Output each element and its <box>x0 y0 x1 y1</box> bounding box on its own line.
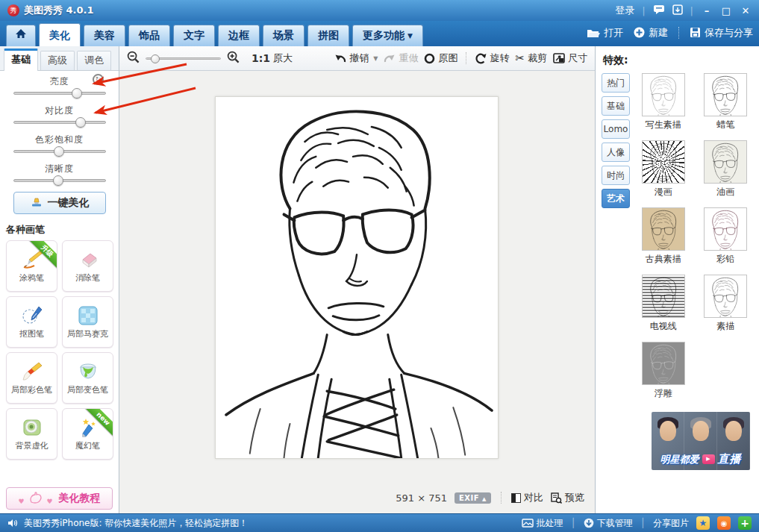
effect-classic-sketch[interactable]: 古典素描 <box>640 207 687 266</box>
fx-tab-art[interactable]: 艺术 <box>602 189 630 208</box>
clarity-slider[interactable] <box>13 179 106 182</box>
tab-scenes[interactable]: 场景 <box>263 25 304 46</box>
brush-local-mosaic[interactable]: 局部马赛克 <box>62 296 113 348</box>
tab-tone[interactable]: 调色 <box>77 51 111 70</box>
tab-text[interactable]: 文字 <box>173 25 215 46</box>
add-share-icon[interactable]: + <box>738 516 752 530</box>
redo-button[interactable]: 重做 <box>384 51 418 65</box>
rotate-button[interactable]: 旋转 <box>475 51 509 65</box>
canvas[interactable]: 591 × 751 EXIF ▲ 对比 预览 <box>119 71 595 513</box>
tutorial-button[interactable]: ♥ ♥ 美化教程 <box>6 487 113 510</box>
batch-process-button[interactable]: 批处理 <box>522 517 563 530</box>
folder-icon <box>587 28 600 38</box>
fx-tab-basic[interactable]: 基础 <box>602 96 630 116</box>
new-button[interactable]: 新建 <box>634 26 668 40</box>
edited-photo <box>215 96 499 459</box>
view-zoom-slider[interactable] <box>146 57 221 60</box>
tab-basic[interactable]: 基础 <box>4 48 38 71</box>
home-tab[interactable] <box>6 25 36 46</box>
brush-cutout-pen[interactable]: 抠图笔 <box>6 296 57 348</box>
status-message[interactable]: 美图秀秀iPhone版: 帮你快速美化照片，轻松搞定拼图！ <box>24 517 248 530</box>
effect-emboss[interactable]: 浮雕 <box>640 342 687 400</box>
brush-eraser-pen[interactable]: 消除笔 <box>62 240 113 292</box>
brush-local-color-pen[interactable]: 局部彩色笔 <box>6 352 57 404</box>
login-link[interactable]: 登录 <box>615 4 634 17</box>
effect-sketch-drawing[interactable]: 写生素描 <box>640 73 687 131</box>
titlebar-separator: | <box>642 5 645 16</box>
contrast-slider-thumb[interactable] <box>75 117 86 128</box>
brush-doodle-pen[interactable]: 升级 涂鸦笔 <box>6 240 57 292</box>
weibo-icon[interactable]: ◉ <box>717 516 731 530</box>
save-share-button[interactable]: 保存与分享 <box>690 26 753 40</box>
speaker-icon <box>7 519 18 528</box>
nav-separator <box>678 27 679 39</box>
actual-size-button[interactable]: 1:1 原大 <box>246 51 293 65</box>
fx-tab-hot[interactable]: 热门 <box>602 73 630 93</box>
saturation-slider-thumb[interactable] <box>54 146 64 157</box>
view-zoom-slider-thumb[interactable] <box>151 54 160 63</box>
share-image-button[interactable]: 分享图片 <box>653 517 689 530</box>
download-icon <box>584 518 594 528</box>
minimize-button[interactable]: – <box>701 5 713 16</box>
maximize-button[interactable]: □ <box>720 5 732 16</box>
resize-button[interactable]: 尺寸 <box>553 51 587 65</box>
zoom-in-icon[interactable] <box>227 51 240 66</box>
exif-badge[interactable]: EXIF ▲ <box>455 492 491 504</box>
tab-frames[interactable]: 边框 <box>218 25 260 46</box>
titlebar-separator: | <box>690 5 693 16</box>
chevron-down-icon: ▼ <box>373 55 378 62</box>
save-icon <box>690 27 701 38</box>
reset-sliders-icon[interactable]: ↻ <box>93 74 104 85</box>
saturation-slider[interactable] <box>13 150 106 153</box>
fx-tab-lomo[interactable]: Lomo <box>602 119 630 139</box>
info-separator <box>501 492 502 504</box>
ad-banner[interactable]: 明星都爱 ▶ 直播 <box>652 412 750 470</box>
open-button[interactable]: 打开 <box>587 26 623 40</box>
tab-beautify[interactable]: 美化 <box>39 23 81 46</box>
preview-button[interactable]: 预览 <box>551 491 584 504</box>
rotate-icon <box>475 53 487 64</box>
skin-icon[interactable] <box>672 4 683 17</box>
app-title: 美图秀秀 4.0.1 <box>24 4 94 17</box>
tab-retouch[interactable]: 美容 <box>84 25 125 46</box>
effect-crayon[interactable]: 蜡笔 <box>702 73 749 131</box>
compare-icon <box>511 493 521 503</box>
tab-advanced[interactable]: 高级 <box>40 51 75 70</box>
tab-more-features[interactable]: 更多功能▼ <box>352 25 423 46</box>
editor-area: 1:1 原大 撤销▼ 重做 原图 <box>119 46 595 513</box>
contrast-label: 对比度 <box>0 104 119 117</box>
tab-accessories[interactable]: 饰品 <box>128 25 170 46</box>
crop-button[interactable]: ✂ 裁剪 <box>515 51 547 65</box>
fx-tab-portrait[interactable]: 人像 <box>602 143 630 162</box>
brightness-slider-thumb[interactable] <box>72 88 82 98</box>
blur-icon <box>21 417 43 438</box>
eraser-icon <box>77 249 99 270</box>
download-manager-button[interactable]: 下载管理 <box>584 517 633 530</box>
brightness-slider[interactable] <box>13 92 106 95</box>
close-button[interactable]: ✕ <box>740 5 752 16</box>
contrast-slider[interactable] <box>13 121 106 124</box>
effect-oil-painting[interactable]: 油画 <box>702 140 749 198</box>
compare-button[interactable]: 对比 <box>511 491 543 504</box>
feedback-icon[interactable] <box>653 4 665 17</box>
original-image-button[interactable]: 原图 <box>424 51 457 65</box>
status-bar: 美图秀秀iPhone版: 帮你快速美化照片，轻松搞定拼图！ 批处理 │ 下载管理… <box>0 513 759 532</box>
fx-tab-fashion[interactable]: 时尚 <box>602 166 630 185</box>
effect-tv-lines[interactable]: 电视线 <box>640 275 687 333</box>
clarity-slider-thumb[interactable] <box>53 175 63 186</box>
effect-comic[interactable]: 漫画 <box>640 140 687 198</box>
paint-bucket-icon <box>77 361 99 382</box>
tab-collage[interactable]: 拼图 <box>307 25 349 46</box>
undo-button[interactable]: 撤销▼ <box>334 51 378 65</box>
effect-sketch[interactable]: 素描 <box>702 275 749 333</box>
chevron-down-icon: ▼ <box>407 26 413 46</box>
brush-local-recolor-pen[interactable]: 局部变色笔 <box>62 352 113 404</box>
qzone-icon[interactable]: ★ <box>696 516 710 530</box>
brush-magic-pen[interactable]: new 魔幻笔 <box>62 408 113 460</box>
batch-icon <box>522 519 534 528</box>
effect-color-pencil[interactable]: 彩铅 <box>702 207 749 266</box>
brush-background-blur[interactable]: 背景虚化 <box>6 408 57 460</box>
one-key-beautify-button[interactable]: 一键美化 <box>13 192 106 214</box>
preview-icon <box>551 492 562 504</box>
zoom-out-icon[interactable] <box>127 51 140 66</box>
